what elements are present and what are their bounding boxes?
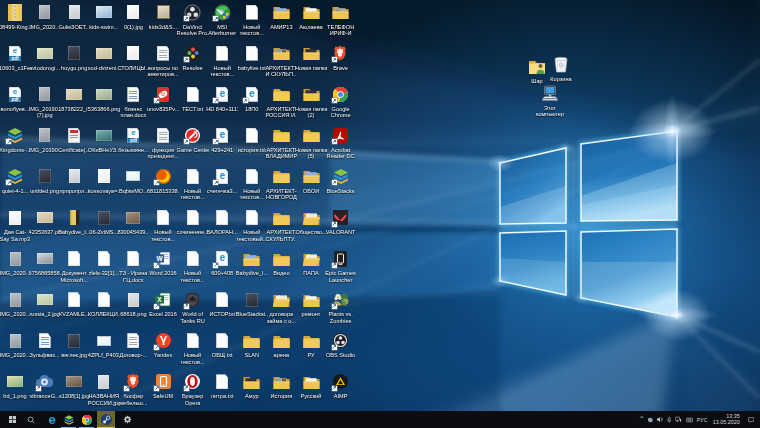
svg-text:W: W (156, 255, 163, 262)
svg-text:X: X (157, 296, 162, 303)
svg-text:U: U (161, 91, 165, 97)
